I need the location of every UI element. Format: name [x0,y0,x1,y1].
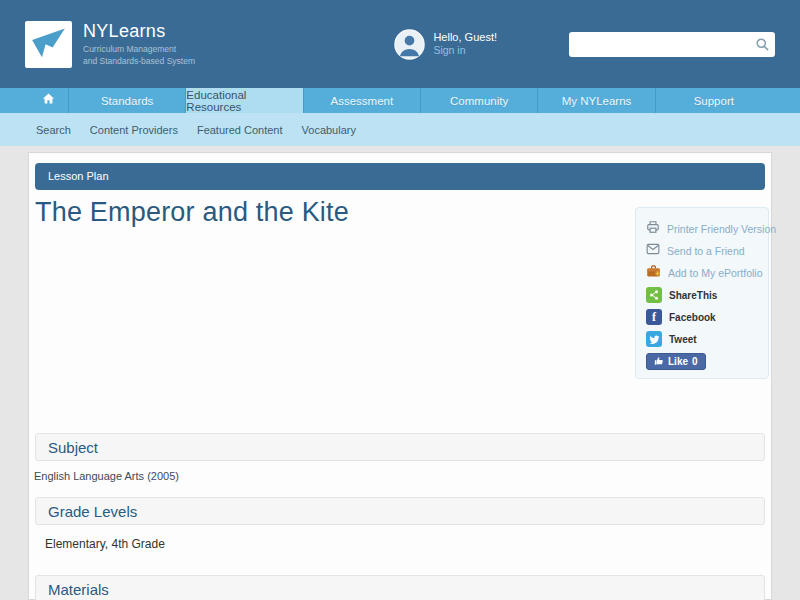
section-heading-subject: Subject [35,433,765,461]
section-heading-grade-levels: Grade Levels [35,497,765,525]
brand-name: NYLearns [83,21,195,42]
nav-item-community[interactable]: Community [420,88,537,113]
user-area: Hello, Guest! Sign in [394,29,497,60]
nav-item-assessment[interactable]: Assessment [303,88,420,113]
printer-icon [646,220,660,238]
nav-item-standards[interactable]: Standards [68,88,185,113]
search-button[interactable] [755,37,770,52]
sign-in-link[interactable]: Sign in [433,44,497,57]
facebook-button[interactable]: f Facebook [646,306,768,328]
tweet-label: Tweet [669,334,697,345]
main-nav: Standards Educational Resources Assessme… [0,88,800,113]
facebook-like-button[interactable]: Like 0 [646,353,706,370]
nav-item-educational-resources[interactable]: Educational Resources [185,88,302,113]
lesson-plan-card: Lesson Plan The Emperor and the Kite Pri… [28,152,772,600]
home-icon [41,91,56,110]
tweet-button[interactable]: Tweet [646,328,768,350]
sharethis-icon [646,287,662,303]
section-heading-materials: Materials [35,575,765,600]
nav-home[interactable] [28,88,68,113]
magnifier-icon [755,40,770,55]
sharethis-label: ShareThis [669,290,717,301]
briefcase-icon [646,264,661,283]
page-title: The Emperor and the Kite [35,197,349,228]
site-header: NYLearns Curriculum Management and Stand… [0,0,800,88]
envelope-icon [646,242,660,260]
brand-tagline: Curriculum Management and Standards-base… [83,44,195,66]
add-to-eportfolio-label: Add to My ePortfolio [668,267,763,279]
twitter-icon [646,331,662,347]
greeting-text: Hello, Guest! [433,31,497,45]
nav-item-my-nylearns[interactable]: My NYLearns [537,88,654,113]
content-area: Lesson Plan The Emperor and the Kite Pri… [0,152,800,600]
nav-item-support[interactable]: Support [655,88,772,113]
printer-friendly-link[interactable]: Printer Friendly Version [646,218,768,240]
grade-levels-value: Elementary, 4th Grade [45,537,165,551]
sharethis-button[interactable]: ShareThis [646,284,768,306]
send-to-friend-link[interactable]: Send to a Friend [646,240,768,262]
subnav-item-search[interactable]: Search [35,124,72,136]
printer-friendly-label: Printer Friendly Version [667,223,776,235]
site-search [569,32,775,57]
brand-text: NYLearns Curriculum Management and Stand… [83,21,195,66]
subnav-item-content-providers[interactable]: Content Providers [89,124,179,136]
thumbs-up-icon [654,356,664,368]
add-to-eportfolio-link[interactable]: Add to My ePortfolio [646,262,768,284]
subnav-item-vocabulary[interactable]: Vocabulary [301,124,357,136]
guest-avatar-icon [394,29,425,60]
like-count: 0 [692,356,698,367]
search-input[interactable] [569,32,775,57]
nylearns-logo[interactable] [25,21,72,68]
kite-arrow-icon [28,22,69,67]
like-label: Like [668,356,688,367]
facebook-label: Facebook [669,312,716,323]
subject-value: English Language Arts (2005) [34,470,179,482]
send-to-friend-label: Send to a Friend [667,245,745,257]
sub-nav: Search Content Providers Featured Conten… [0,113,800,146]
share-tools-panel: Printer Friendly Version Send to a Frien… [635,207,769,379]
facebook-icon: f [646,309,662,325]
content-type-bar: Lesson Plan [35,163,765,190]
subnav-item-featured-content[interactable]: Featured Content [196,124,284,136]
